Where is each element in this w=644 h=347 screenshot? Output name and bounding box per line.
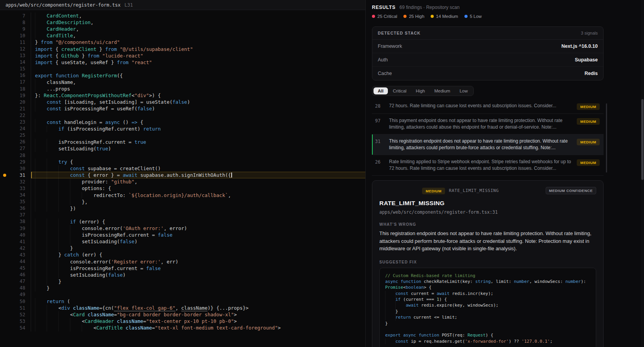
code-text[interactable]: return ( [31,298,365,305]
code-text[interactable]: try { [31,159,365,165]
gutter[interactable]: 36 [0,205,31,212]
code-text[interactable]: const handleLogin = async () => { [31,119,365,126]
code-text[interactable] [31,212,365,218]
code-text[interactable]: className, [31,79,365,85]
code-text[interactable]: if (error) { [31,218,365,225]
code-text[interactable] [31,112,365,119]
code-line-53[interactable]: 53 <CardHeader className="text-center px… [0,318,365,324]
code-text[interactable]: options: { [31,185,365,192]
gutter[interactable]: 32 [0,178,31,185]
code-line-27[interactable]: 27 setIsLoading(true) [0,145,365,152]
code-line-43[interactable]: 43 } catch (err) { [0,251,365,258]
code-line-16[interactable]: 16export function RegisterForm({ [0,72,365,79]
gutter[interactable]: 28 [0,152,31,159]
gutter[interactable]: 54 [0,324,31,331]
filter-medium[interactable]: Medium [430,87,455,94]
code-line-11[interactable]: 11} from "@/components/ui/card" [0,39,365,45]
code-line-45[interactable]: 45 isProcessingRef.current = false [0,265,365,272]
code-line-7[interactable]: 7 CardContent, [0,12,365,19]
gutter[interactable]: 8 [0,19,31,26]
filter-all[interactable]: All [373,87,388,94]
finding-row-97[interactable]: 97This payment endpoint does not appear … [372,114,604,134]
gutter[interactable]: 29 [0,159,31,165]
code-text[interactable]: console.error('Register error:', err) [31,258,365,265]
gutter[interactable]: 17 [0,79,31,85]
gutter[interactable]: 24 [0,126,31,132]
gutter[interactable]: 42 [0,245,31,251]
code-text[interactable]: redirectTo: `${location.origin}/auth/cal… [31,192,365,199]
code-text[interactable]: } from "@/components/ui/card" [31,39,365,45]
code-line-46[interactable]: 46 setIsLoading(false) [0,272,365,278]
code-text[interactable]: }) [31,205,365,212]
code-text[interactable] [31,132,365,139]
code-line-49[interactable]: 49 [0,291,365,298]
code-text[interactable]: import { Github } from "lucide-react" [31,52,365,59]
code-text[interactable] [31,291,365,298]
code-text[interactable]: ...props [31,85,365,92]
gutter[interactable]: 43 [0,251,31,258]
code-line-34[interactable]: 34 redirectTo: `${location.origin}/auth/… [0,192,365,199]
code-text[interactable]: } catch (err) { [31,251,365,258]
gutter[interactable]: 45 [0,265,31,272]
code-line-36[interactable]: 36 }) [0,205,365,212]
gutter[interactable]: 52 [0,311,31,318]
gutter[interactable]: 46 [0,272,31,278]
breakpoint-dot[interactable] [3,174,6,177]
gutter[interactable]: 9 [0,26,31,32]
gutter[interactable]: 27 [0,145,31,152]
code-text[interactable]: const [isLoading, setIsLoading] = useSta… [31,99,365,105]
code-line-41[interactable]: 41 setIsLoading(false) [0,238,365,245]
gutter[interactable]: 33 [0,185,31,192]
code-line-25[interactable]: 25 [0,132,365,139]
gutter[interactable]: 20 [0,99,31,105]
gutter[interactable]: 7 [0,12,31,19]
code-text[interactable]: setIsLoading(false) [31,238,365,245]
code-line-22[interactable]: 22 [0,112,365,119]
code-text[interactable]: CardContent, [31,12,365,19]
gutter[interactable]: 26 [0,139,31,145]
code-line-35[interactable]: 35 }, [0,199,365,205]
code-line-12[interactable]: 12import { createClient } from "@/utils/… [0,45,365,52]
code-text[interactable]: const { error } = await supabase.auth.si… [31,172,365,178]
code-line-15[interactable]: 15 [0,66,365,72]
code-text[interactable]: }: React.ComponentPropsWithoutRef<"div">… [31,92,365,99]
code-text[interactable]: <Card className="bg-card border border-b… [31,311,365,318]
code-line-33[interactable]: 33 options: { [0,185,365,192]
gutter[interactable]: 41 [0,238,31,245]
gutter[interactable]: 47 [0,278,31,285]
gutter[interactable]: 53 [0,318,31,324]
code-text[interactable]: } [31,285,365,291]
code-line-28[interactable]: 28 [0,152,365,159]
gutter[interactable]: 34 [0,192,31,199]
code-line-44[interactable]: 44 console.error('Register error:', err) [0,258,365,265]
gutter[interactable]: 35 [0,199,31,205]
page-scrollbar-track[interactable] [641,0,644,347]
code-line-14[interactable]: 14import { useState, useRef } from "reac… [0,59,365,66]
code-text[interactable]: import { useState, useRef } from "react" [31,59,365,66]
code-text[interactable]: isProcessingRef.current = false [31,265,365,272]
code-line-51[interactable]: 51 <div className={cn("flex flex-col gap… [0,305,365,311]
gutter[interactable]: 39 [0,225,31,232]
code-line-10[interactable]: 10 CardTitle, [0,32,365,39]
gutter[interactable]: 40 [0,232,31,238]
findings-scrollbar[interactable] [606,103,607,173]
code-line-13[interactable]: 13import { Github } from "lucide-react" [0,52,365,59]
gutter[interactable]: 50 [0,298,31,305]
code-line-48[interactable]: 48 } [0,285,365,291]
gutter[interactable]: 15 [0,66,31,72]
code-text[interactable]: setIsLoading(true) [31,145,365,152]
code-line-38[interactable]: 38 if (error) { [0,218,365,225]
code-line-9[interactable]: 9 CardHeader, [0,26,365,32]
code-text[interactable]: console.error('OAuth error:', error) [31,225,365,232]
gutter[interactable]: 23 [0,119,31,126]
code-line-24[interactable]: 24 if (isProcessingRef.current) return [0,126,365,132]
gutter[interactable]: 38 [0,218,31,225]
code-text[interactable]: CardDescription, [31,19,365,26]
code-line-37[interactable]: 37 [0,212,365,218]
code-line-20[interactable]: 20 const [isLoading, setIsLoading] = use… [0,99,365,105]
code-text[interactable]: provider: "github", [31,178,365,185]
page-scrollbar-thumb[interactable] [641,99,644,180]
gutter[interactable]: 21 [0,105,31,112]
gutter[interactable]: 48 [0,285,31,291]
gutter[interactable]: 31 [0,172,31,178]
